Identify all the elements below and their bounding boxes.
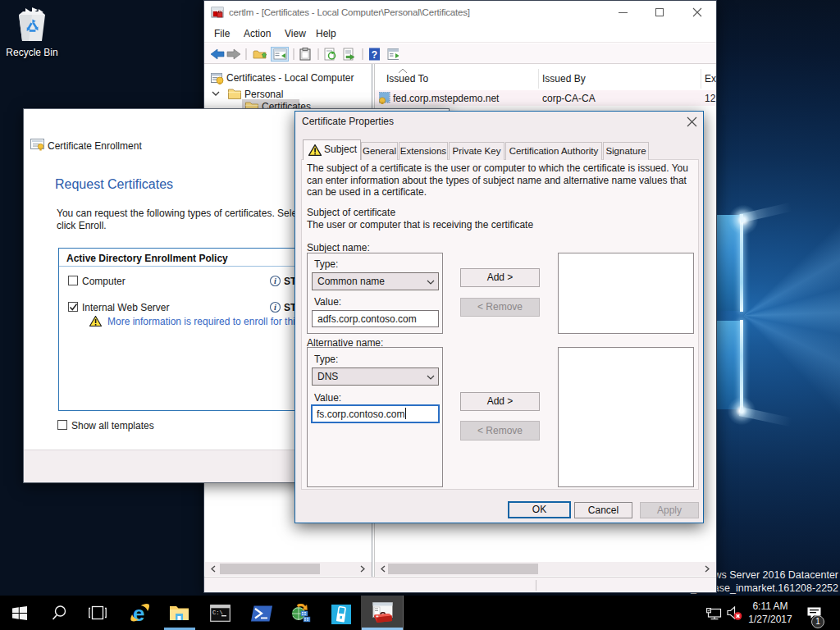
- svg-text:i: i: [274, 276, 276, 285]
- svg-text:C:\: C:\: [212, 609, 223, 616]
- svg-text:i: i: [274, 303, 276, 312]
- svg-text:?: ?: [372, 49, 377, 61]
